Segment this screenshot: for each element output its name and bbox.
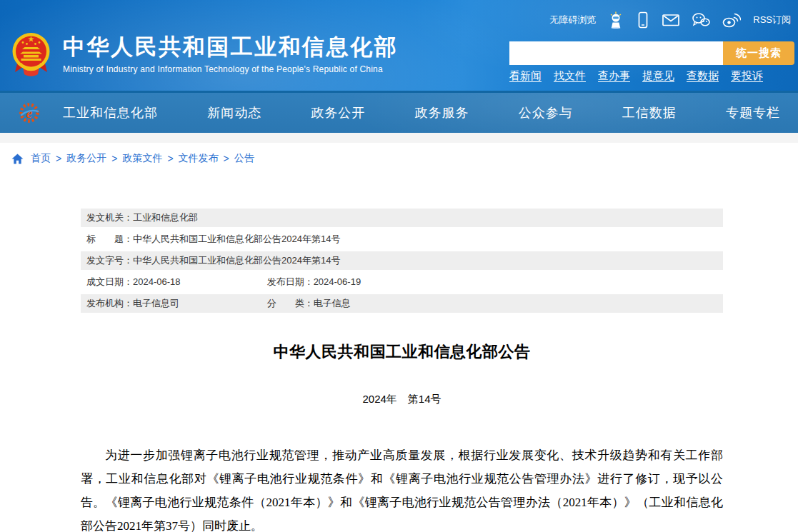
breadcrumb-home[interactable]: 首页 — [31, 152, 51, 165]
nav-item-news[interactable]: 新闻动态 — [207, 104, 261, 121]
meta-value: 中华人民共和国工业和信息化部公告2024年第14号 — [133, 255, 340, 266]
svg-text:e: e — [26, 106, 33, 121]
meta-row-publisher-category: 发布机构：电子信息司 分 类：电子信息 — [81, 294, 723, 313]
document-title: 中华人民共和国工业和信息化部公告 — [81, 341, 723, 363]
main-nav: e 工业和信息化部 新闻动态 政务公开 政务服务 公众参与 工信数据 专题专栏 — [0, 91, 798, 133]
meta-row-title: 标 题：中华人民共和国工业和信息化部公告2024年第14号 — [81, 230, 723, 249]
quick-link-services[interactable]: 查办事 — [598, 69, 630, 83]
meta-value: 2024-06-18 — [133, 276, 181, 287]
meta-label: 分 类： — [267, 298, 314, 308]
nav-item-public-participation[interactable]: 公众参与 — [519, 104, 573, 121]
search-input[interactable] — [509, 41, 723, 65]
quick-links: 看新闻 找文件 查办事 提意见 查数据 要投诉 — [509, 69, 763, 83]
breadcrumb-separator: > — [111, 153, 117, 164]
divider-strip — [0, 133, 798, 143]
nav-item-special-topics[interactable]: 专题专栏 — [726, 104, 780, 121]
miit-e-logo-icon: e — [18, 101, 41, 124]
document-body-paragraph: 为进一步加强锂离子电池行业规范管理，推动产业高质量发展，根据行业发展变化、技术升… — [81, 443, 723, 532]
site-header: 无障碍浏览 — [0, 0, 798, 91]
wechat-icon[interactable] — [692, 12, 710, 28]
meta-value: 电子信息司 — [133, 298, 179, 308]
weibo-icon[interactable] — [722, 12, 741, 28]
document-main: 发文机关：工业和信息化部 标 题：中华人民共和国工业和信息化部公告2024年第1… — [81, 209, 723, 532]
quick-link-feedback[interactable]: 提意见 — [642, 69, 674, 83]
breadcrumb: 首页 > 政务公开 > 政策文件 > 文件发布 > 公告 — [0, 143, 798, 171]
nav-item-gov-disclosure[interactable]: 政务公开 — [311, 104, 365, 121]
breadcrumb-policy-documents[interactable]: 政策文件 — [122, 152, 162, 165]
robot-mascot-icon[interactable] — [608, 11, 624, 29]
meta-value: 中华人民共和国工业和信息化部公告2024年第14号 — [133, 234, 340, 244]
breadcrumb-announcement[interactable]: 公告 — [234, 152, 254, 165]
document-issue-number: 2024年 第14号 — [81, 393, 723, 406]
meta-row-document-number: 发文字号：中华人民共和国工业和信息化部公告2024年第14号 — [81, 251, 723, 270]
site-title: 中华人民共和国工业和信息化部 — [63, 35, 398, 59]
breadcrumb-document-release[interactable]: 文件发布 — [179, 152, 219, 165]
quick-link-documents[interactable]: 找文件 — [554, 69, 586, 83]
quick-link-data[interactable]: 查数据 — [687, 69, 719, 83]
meta-row-issuing-agency: 发文机关：工业和信息化部 — [81, 209, 723, 227]
accessibility-link[interactable]: 无障碍浏览 — [549, 14, 596, 26]
meta-label: 成文日期： — [86, 276, 133, 287]
breadcrumb-gov-disclosure[interactable]: 政务公开 — [66, 152, 106, 165]
breadcrumb-separator: > — [56, 153, 61, 164]
quick-link-news[interactable]: 看新闻 — [509, 69, 542, 83]
meta-row-dates: 成文日期：2024-06-18 发布日期：2024-06-19 — [81, 273, 723, 291]
site-subtitle: Ministry of Industry and Information Tec… — [63, 64, 398, 74]
nav-items: 工业和信息化部 新闻动态 政务公开 政务服务 公众参与 工信数据 专题专栏 — [63, 104, 780, 121]
brand-text: 中华人民共和国工业和信息化部 Ministry of Industry and … — [63, 31, 398, 74]
meta-value: 电子信息 — [314, 298, 351, 308]
quick-link-complaints[interactable]: 要投诉 — [731, 69, 763, 83]
meta-value: 2024-06-19 — [314, 276, 361, 287]
mobile-phone-icon[interactable] — [636, 11, 650, 29]
national-emblem-logo — [12, 31, 50, 76]
meta-label: 发布机构： — [86, 298, 133, 308]
breadcrumb-separator: > — [224, 153, 229, 164]
search-bar: 统一搜索 — [509, 41, 794, 65]
home-icon[interactable] — [11, 154, 24, 164]
nav-item-gov-services[interactable]: 政务服务 — [414, 104, 469, 121]
meta-label: 发文机关： — [86, 212, 133, 223]
rss-link[interactable]: RSS订阅 — [753, 14, 791, 26]
nav-item-miit[interactable]: 工业和信息化部 — [63, 104, 158, 121]
unified-search-button[interactable]: 统一搜索 — [723, 41, 794, 65]
meta-label: 标 题： — [86, 234, 133, 244]
meta-label: 发布日期： — [267, 276, 314, 287]
meta-label: 发文字号： — [86, 255, 133, 266]
document-meta-table: 发文机关：工业和信息化部 标 题：中华人民共和国工业和信息化部公告2024年第1… — [81, 209, 723, 313]
breadcrumb-separator: > — [167, 153, 173, 164]
mail-icon[interactable] — [662, 14, 679, 26]
meta-value: 工业和信息化部 — [133, 212, 198, 223]
nav-item-industry-data[interactable]: 工信数据 — [622, 104, 677, 121]
utility-row: 无障碍浏览 — [549, 11, 791, 29]
site-brand[interactable]: 中华人民共和国工业和信息化部 Ministry of Industry and … — [12, 31, 398, 76]
